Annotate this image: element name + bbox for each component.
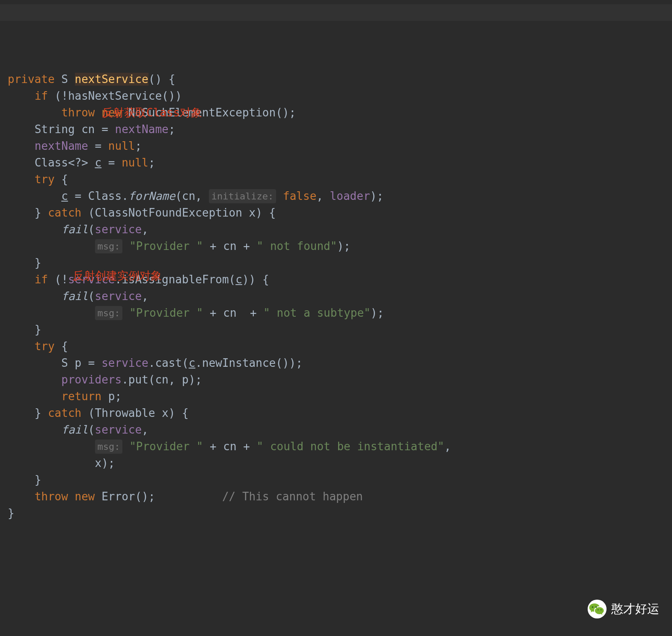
dot: . [195, 357, 202, 369]
comma: , [169, 373, 175, 386]
paren: ( [88, 206, 95, 219]
var-p: p [75, 357, 82, 369]
plus: + [250, 306, 257, 319]
paren: ( [149, 373, 155, 386]
arg-p: p [182, 373, 189, 386]
brace: } [35, 473, 42, 486]
catch-var: x [249, 206, 256, 219]
keyword-if: if [35, 89, 48, 102]
current-line-highlight [0, 4, 672, 21]
string-not-subtype: " not a subtype" [263, 306, 370, 319]
param-hint-msg: msg: [95, 440, 123, 454]
code-editor[interactable]: 反射获取Class对象 反射创建实例对象 private S nextServi… [0, 0, 672, 538]
keyword-catch: catch [48, 206, 81, 219]
arg-service: service [95, 423, 142, 436]
arg-loader: loader [330, 190, 370, 202]
keyword-return: return [61, 390, 101, 403]
string-could-not: " could not be instantiated" [257, 440, 444, 453]
brace: } [35, 256, 42, 269]
exc-call: () [276, 106, 289, 119]
dot: . [122, 190, 128, 202]
param-hint-msg: msg: [95, 306, 123, 320]
catch-type: Throwable [95, 407, 155, 419]
type-s: S [61, 73, 68, 86]
var-cn: cn [81, 123, 95, 136]
comma: , [142, 290, 149, 303]
comma: , [142, 423, 149, 436]
keyword-private: private [8, 73, 55, 86]
eq: = [108, 156, 115, 169]
string-not-found: " not found" [257, 240, 337, 253]
semi: ; [115, 390, 122, 403]
close-paren-semi: ); [337, 240, 350, 253]
var-c: c [61, 190, 68, 202]
semi: ; [149, 156, 155, 169]
arg-service: service [95, 290, 142, 303]
string-provider: "Provider " [129, 440, 203, 453]
semi: ; [169, 123, 175, 136]
x-token: x [95, 457, 102, 470]
svg-point-2 [595, 606, 597, 608]
comment-cannot-happen: // This cannot happen [222, 490, 363, 503]
wechat-icon [587, 599, 607, 619]
method-fail: fail [61, 423, 88, 436]
svg-point-4 [601, 609, 602, 610]
paren: ( [88, 407, 95, 419]
code-block: private S nextService() { if (!hasNextSe… [8, 71, 672, 522]
comma: , [444, 440, 451, 453]
brace: { [262, 273, 269, 286]
error-tail: () [135, 490, 148, 503]
close-paren-semi: ); [371, 306, 384, 319]
close-paren-semi: ); [370, 190, 384, 202]
semi: ; [289, 106, 296, 119]
eq: = [88, 357, 95, 369]
brace: } [8, 507, 15, 520]
method-newinstance: newInstance [202, 357, 276, 369]
paren: ( [182, 357, 189, 369]
close-paren-semi: ); [101, 457, 115, 470]
svg-point-3 [598, 609, 599, 610]
keyword-catch: catch [48, 407, 81, 419]
ident-nextname: nextName [35, 140, 88, 152]
eq: = [95, 140, 102, 152]
cond-close: ()) [162, 89, 182, 102]
keyword-try: try [35, 340, 55, 353]
ident-service: service [101, 357, 149, 369]
close-paren-semi: ); [189, 373, 202, 386]
tail: ()) [276, 357, 296, 369]
ident-nextname: nextName [115, 123, 168, 136]
annotation-reflection-class: 反射获取Class对象 [102, 104, 202, 121]
cn-token: cn [223, 306, 236, 319]
svg-point-1 [592, 606, 594, 608]
cond-open: (! [55, 89, 68, 102]
method-fail: fail [61, 290, 88, 303]
cn-token: cn [223, 440, 236, 453]
comma: , [195, 190, 202, 202]
paren: ) [169, 407, 175, 419]
string-provider: "Provider " [129, 240, 203, 253]
has-next-service: hasNextService [68, 89, 162, 102]
semi: ; [296, 357, 303, 369]
comma: , [316, 190, 323, 202]
ident-providers: providers [61, 373, 122, 386]
arg-service: service [95, 223, 142, 236]
paren: ( [88, 423, 95, 436]
watermark: 憨才好运 [587, 599, 659, 619]
keyword-if: if [35, 273, 48, 286]
brace: } [35, 323, 42, 336]
method-name: nextService [75, 73, 149, 86]
var-c: c [235, 273, 242, 286]
brace: { [269, 206, 276, 219]
keyword-throw-new: throw new [35, 490, 95, 503]
annotation-reflection-instance: 反射创建实例对象 [73, 267, 162, 284]
semi: ; [149, 490, 155, 503]
keyword-try: try [35, 173, 55, 186]
type-string: String [35, 123, 75, 136]
cond-close: )) [242, 273, 256, 286]
keyword-false: false [283, 190, 316, 202]
plus: + [210, 240, 217, 253]
paren: ( [88, 223, 95, 236]
arg-cn: cn [155, 373, 168, 386]
type-s: S [61, 357, 68, 369]
paren: ( [88, 290, 95, 303]
